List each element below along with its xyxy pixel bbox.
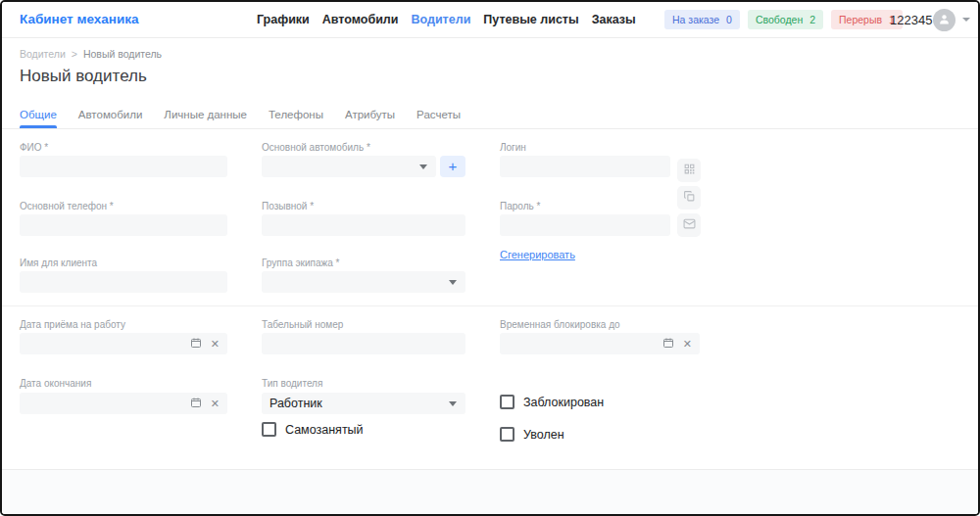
avatar[interactable] [933,9,956,31]
tab-attributes[interactable]: Атрибуты [345,101,395,128]
user-id: 122345 [890,13,932,27]
blocked-checkbox[interactable]: Заблокирован [500,395,604,409]
personnel-number-label: Табельный номер [262,319,466,330]
person-icon [938,12,951,29]
blocked-checkbox-label: Заблокирован [523,396,604,409]
checkbox-icon [262,422,276,437]
tab-phones[interactable]: Телефоны [269,101,323,128]
fired-checkbox-label: Уволен [523,428,564,442]
main-phone-label: Основной телефон * [20,201,227,211]
driver-type-label: Тип водителя [262,378,466,389]
crew-group-label: Группа экипажа * [262,258,466,268]
client-name-label: Имя для клиента [20,258,227,268]
tab-cars[interactable]: Автомобили [78,101,143,128]
mail-icon [683,217,696,233]
send-mail-button[interactable] [677,213,701,237]
nav-item-graphics[interactable]: Графики [257,13,310,26]
main-car-label: Основной автомобиль * [262,142,466,153]
breadcrumb: Водители > Новый водитель [20,48,162,60]
tab-bar: Общие Автомобили Личные данные Телефоны … [2,101,978,129]
calendar-icon[interactable] [190,337,202,352]
clear-icon[interactable]: ✕ [211,399,220,409]
add-car-button[interactable]: + [440,156,466,177]
badge-on-order-count: 0 [726,14,732,25]
end-date-input[interactable]: ✕ [20,393,227,414]
clear-icon[interactable]: ✕ [683,339,692,350]
breadcrumb-drivers[interactable]: Водители [20,48,66,60]
hire-date-label: Дата приёма на работу [20,319,227,330]
tab-calculations[interactable]: Расчеты [416,101,461,128]
badge-on-order[interactable]: На заказе 0 [664,10,740,29]
temp-block-date-input[interactable]: ✕ [500,333,700,354]
chevron-down-icon [449,280,457,285]
top-bar: Кабинет механика Графики Автомобили Води… [2,2,978,38]
brand-link[interactable]: Кабинет механика [20,2,138,37]
driver-status-badges: На заказе 0 Свободен 2 Перерыв 1 [664,10,903,29]
badge-free-label: Свободен [756,14,803,25]
chevron-down-icon [449,401,457,406]
callsign-input[interactable] [262,214,466,236]
crew-group-select[interactable] [262,271,466,293]
calendar-icon[interactable] [190,397,202,411]
main-car-select[interactable] [262,156,436,177]
qr-code-icon [683,163,696,178]
nav-item-drivers[interactable]: Водители [412,13,471,26]
clear-icon[interactable]: ✕ [211,339,220,350]
password-input[interactable] [500,214,670,236]
self-employed-checkbox-label: Самозанятый [285,423,364,437]
login-input[interactable] [500,156,670,177]
password-label: Пароль * [500,201,700,211]
callsign-label: Позывной * [262,201,466,211]
fired-checkbox[interactable]: Уволен [500,427,564,442]
fio-label: ФИО * [20,142,227,153]
nav-item-cars[interactable]: Автомобили [322,13,399,26]
footer-bar: Отмена Сохранить [2,469,978,514]
end-date-label: Дата окончания [20,378,227,389]
generate-password-link[interactable]: Сгенерировать [500,249,575,260]
client-name-input[interactable] [20,271,227,293]
personnel-number-input[interactable] [262,333,466,354]
checkbox-icon [500,427,514,442]
login-label: Логин [500,142,700,153]
app-window: Кабинет механика Графики Автомобили Води… [0,0,980,516]
breadcrumb-separator: > [72,48,77,60]
badge-on-order-label: На заказе [672,14,719,25]
badge-free[interactable]: Свободен 2 [748,10,823,29]
calendar-icon[interactable] [662,337,674,352]
tab-general[interactable]: Общие [20,101,57,128]
hire-date-input[interactable]: ✕ [20,333,227,354]
main-phone-input[interactable] [20,214,227,236]
section-divider [2,305,978,306]
driver-type-select[interactable]: Работник [262,393,466,414]
temp-block-label: Временная блокировка до [500,319,700,330]
nav-item-waybills[interactable]: Путевые листы [483,13,578,26]
driver-type-value: Работник [270,397,322,410]
self-employed-checkbox[interactable]: Самозанятый [262,422,364,437]
main-nav: Графики Автомобили Водители Путевые лист… [257,2,636,37]
fio-input[interactable] [20,156,227,177]
checkbox-icon [500,395,514,409]
badge-break-label: Перерыв [839,14,882,25]
qr-code-button[interactable] [677,159,701,182]
user-menu-caret-icon[interactable] [962,18,970,22]
tab-personal-data[interactable]: Личные данные [164,101,247,128]
badge-free-count: 2 [809,14,815,25]
nav-item-orders[interactable]: Заказы [592,13,636,26]
chevron-down-icon [419,164,427,169]
page-title: Новый водитель [20,67,147,86]
breadcrumb-current: Новый водитель [83,48,162,60]
